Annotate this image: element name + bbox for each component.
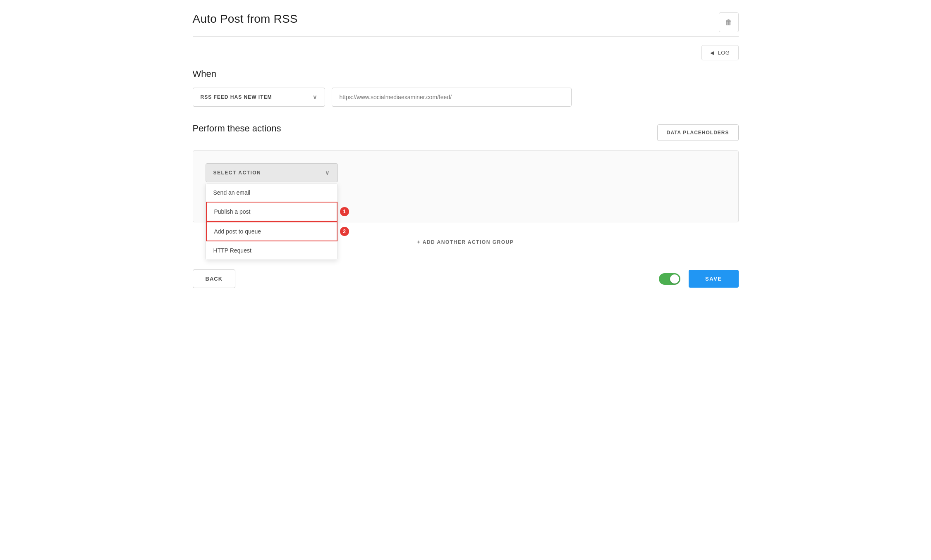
trigger-select[interactable]: RSS FEED HAS NEW ITEM ∨	[193, 88, 325, 107]
actions-container: SELECT ACTION ∨ Send an email Publish a …	[193, 150, 739, 222]
dropdown-item-send-email[interactable]: Send an email	[206, 183, 337, 202]
toggle-knob	[670, 274, 679, 284]
trigger-chevron-icon: ∨	[313, 94, 317, 100]
dropdown-item-http-request-label: HTTP Request	[213, 247, 251, 254]
log-chevron-icon: ◀	[710, 50, 715, 56]
back-button[interactable]: BACK	[193, 269, 236, 288]
delete-button[interactable]: 🗑	[719, 12, 739, 32]
actions-header: Perform these actions DATA PLACEHOLDERS	[193, 123, 739, 142]
trash-icon: 🗑	[725, 18, 732, 27]
dropdown-item-add-post-queue[interactable]: Add post to queue 2	[206, 222, 337, 241]
log-button[interactable]: ◀ LOG	[701, 45, 738, 60]
when-title: When	[193, 69, 739, 79]
data-placeholders-label: DATA PLACEHOLDERS	[667, 130, 729, 136]
log-section: ◀ LOG	[193, 45, 739, 60]
data-placeholders-button[interactable]: DATA PLACEHOLDERS	[657, 124, 739, 141]
when-section: When RSS FEED HAS NEW ITEM ∨	[193, 69, 739, 107]
dropdown-item-http-request[interactable]: HTTP Request	[206, 241, 337, 260]
footer-right: SAVE	[659, 270, 738, 288]
select-action-chevron-icon: ∨	[325, 169, 330, 176]
dropdown-item-add-post-queue-label: Add post to queue	[214, 228, 261, 235]
add-post-queue-badge: 2	[340, 227, 349, 236]
add-action-group-label: ADD ANOTHER ACTION GROUP	[423, 239, 514, 245]
trigger-select-label: RSS FEED HAS NEW ITEM	[201, 94, 272, 100]
back-label: BACK	[206, 276, 223, 282]
save-button[interactable]: SAVE	[689, 270, 738, 288]
select-action-dropdown: SELECT ACTION ∨ Send an email Publish a …	[206, 163, 338, 182]
action-dropdown-menu: Send an email Publish a post 1 Add post …	[206, 183, 338, 260]
publish-post-badge: 1	[340, 207, 349, 216]
dropdown-item-publish-post-label: Publish a post	[214, 208, 251, 215]
select-action-label: SELECT ACTION	[213, 170, 261, 176]
save-label: SAVE	[705, 276, 722, 282]
dropdown-item-publish-post[interactable]: Publish a post 1	[206, 202, 337, 222]
when-row: RSS FEED HAS NEW ITEM ∨	[193, 88, 739, 107]
add-action-group-button[interactable]: + ADD ANOTHER ACTION GROUP	[417, 239, 514, 245]
log-label: LOG	[718, 50, 730, 56]
footer: BACK SAVE	[193, 265, 739, 288]
page-title: Auto Post from RSS	[193, 12, 298, 26]
header-divider	[193, 36, 739, 37]
dropdown-item-send-email-label: Send an email	[213, 189, 251, 196]
active-toggle[interactable]	[659, 273, 680, 285]
feed-url-input[interactable]	[332, 88, 572, 107]
add-action-group-prefix: +	[417, 239, 423, 245]
select-action-button[interactable]: SELECT ACTION ∨	[206, 163, 338, 182]
actions-title: Perform these actions	[193, 123, 281, 134]
